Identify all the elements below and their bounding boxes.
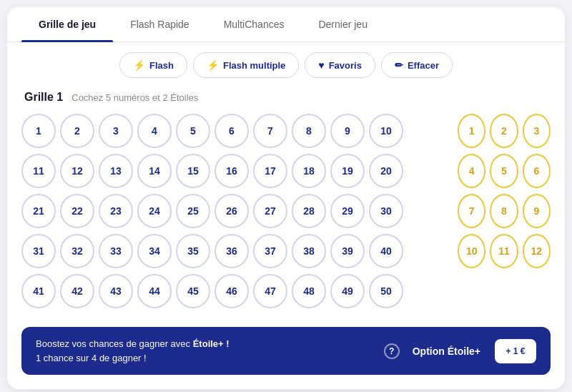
num-11[interactable]: 11 xyxy=(21,154,56,188)
num-23[interactable]: 23 xyxy=(99,194,133,228)
num-10[interactable]: 10 xyxy=(369,114,403,148)
flash-icon: ⚡ xyxy=(133,59,145,71)
num-7[interactable]: 7 xyxy=(253,114,287,148)
star-7[interactable]: 7 xyxy=(458,194,485,228)
grid-subtitle: Cochez 5 numéros et 2 Étoiles xyxy=(72,92,198,103)
num-21[interactable]: 21 xyxy=(21,194,56,228)
banner-bold: Étoile+ ! xyxy=(193,338,230,349)
star-3[interactable]: 3 xyxy=(523,114,551,148)
num-48[interactable]: 48 xyxy=(292,274,326,308)
num-1[interactable]: 1 xyxy=(21,114,56,148)
num-35[interactable]: 35 xyxy=(176,234,210,268)
etoile-plus-banner: Boostez vos chances de gagner avec Étoil… xyxy=(21,327,551,375)
favoris-button[interactable]: ♥ Favoris xyxy=(305,52,375,78)
info-icon[interactable]: ? xyxy=(384,343,400,359)
num-13[interactable]: 13 xyxy=(99,154,133,188)
num-2[interactable]: 2 xyxy=(60,114,94,148)
num-8[interactable]: 8 xyxy=(292,114,326,148)
tab-bar: Grille de jeu Flash Rapide MultiChances … xyxy=(7,7,565,42)
num-42[interactable]: 42 xyxy=(60,274,94,308)
num-31[interactable]: 31 xyxy=(21,234,56,268)
num-14[interactable]: 14 xyxy=(137,154,172,188)
star-4[interactable]: 4 xyxy=(458,154,485,188)
num-3[interactable]: 3 xyxy=(99,114,133,148)
num-38[interactable]: 38 xyxy=(292,234,326,268)
tab-flash-rapide[interactable]: Flash Rapide xyxy=(113,7,207,41)
tab-grille-de-jeu[interactable]: Grille de jeu xyxy=(21,7,113,41)
banner-text-part2: 1 chance sur 4 de gagner ! xyxy=(36,353,147,363)
num-9[interactable]: 9 xyxy=(330,114,365,148)
star-10[interactable]: 10 xyxy=(458,234,485,268)
num-30[interactable]: 30 xyxy=(369,194,403,228)
number-row-3: 21 22 23 24 25 26 27 28 29 30 xyxy=(21,194,446,228)
num-27[interactable]: 27 xyxy=(253,194,287,228)
flash-multiple-label: Flash multiple xyxy=(223,60,285,71)
effacer-label: Effacer xyxy=(408,60,439,71)
num-45[interactable]: 45 xyxy=(176,274,210,308)
star-row-2: 4 5 6 xyxy=(458,154,551,188)
num-50[interactable]: 50 xyxy=(369,274,403,308)
num-47[interactable]: 47 xyxy=(253,274,287,308)
option-etoile-label: Option Étoile+ xyxy=(413,346,480,357)
banner-text-part1: Boostez vos chances de gagner avec xyxy=(36,338,193,349)
star-row-4: 10 11 12 xyxy=(458,234,551,268)
num-17[interactable]: 17 xyxy=(253,154,287,188)
num-19[interactable]: 19 xyxy=(330,154,365,188)
num-6[interactable]: 6 xyxy=(214,114,249,148)
num-32[interactable]: 32 xyxy=(60,234,94,268)
num-49[interactable]: 49 xyxy=(330,274,365,308)
number-row-2: 11 12 13 14 15 16 17 18 19 20 xyxy=(21,154,446,188)
num-36[interactable]: 36 xyxy=(214,234,249,268)
num-46[interactable]: 46 xyxy=(214,274,249,308)
num-41[interactable]: 41 xyxy=(21,274,56,308)
num-26[interactable]: 26 xyxy=(214,194,249,228)
number-row-5: 41 42 43 44 45 46 47 48 49 50 xyxy=(21,274,446,308)
star-11[interactable]: 11 xyxy=(490,234,518,268)
num-15[interactable]: 15 xyxy=(176,154,210,188)
etoile-plus-toggle[interactable]: + 1 € xyxy=(495,339,536,363)
num-16[interactable]: 16 xyxy=(214,154,249,188)
stars-grid: 1 2 3 4 5 6 7 8 9 10 11 12 xyxy=(458,114,551,314)
star-8[interactable]: 8 xyxy=(490,194,518,228)
num-40[interactable]: 40 xyxy=(369,234,403,268)
num-33[interactable]: 33 xyxy=(99,234,133,268)
star-2[interactable]: 2 xyxy=(490,114,518,148)
star-row-3: 7 8 9 xyxy=(458,194,551,228)
star-row-1: 1 2 3 xyxy=(458,114,551,148)
star-1[interactable]: 1 xyxy=(458,114,485,148)
num-25[interactable]: 25 xyxy=(176,194,210,228)
num-34[interactable]: 34 xyxy=(137,234,172,268)
num-37[interactable]: 37 xyxy=(253,234,287,268)
num-24[interactable]: 24 xyxy=(137,194,172,228)
price-label: + 1 € xyxy=(506,346,525,356)
heart-icon: ♥ xyxy=(318,59,324,71)
tab-dernier-jeu[interactable]: Dernier jeu xyxy=(301,7,384,41)
star-5[interactable]: 5 xyxy=(490,154,518,188)
action-bar: ⚡ Flash ⚡ Flash multiple ♥ Favoris ✏ Eff… xyxy=(7,42,565,88)
num-28[interactable]: 28 xyxy=(292,194,326,228)
num-44[interactable]: 44 xyxy=(137,274,172,308)
effacer-button[interactable]: ✏ Effacer xyxy=(381,52,453,78)
flash-multiple-icon: ⚡ xyxy=(207,59,219,71)
num-5[interactable]: 5 xyxy=(176,114,210,148)
num-39[interactable]: 39 xyxy=(330,234,365,268)
num-20[interactable]: 20 xyxy=(369,154,403,188)
star-12[interactable]: 12 xyxy=(523,234,551,268)
num-43[interactable]: 43 xyxy=(99,274,133,308)
star-9[interactable]: 9 xyxy=(523,194,551,228)
star-6[interactable]: 6 xyxy=(523,154,551,188)
flash-multiple-button[interactable]: ⚡ Flash multiple xyxy=(193,52,299,78)
num-22[interactable]: 22 xyxy=(60,194,94,228)
eraser-icon: ✏ xyxy=(395,59,403,71)
number-grid-wrapper: 1 2 3 4 5 6 7 8 9 10 11 12 13 14 15 16 1… xyxy=(7,111,565,321)
num-29[interactable]: 29 xyxy=(330,194,365,228)
num-4[interactable]: 4 xyxy=(137,114,172,148)
number-row-4: 31 32 33 34 35 36 37 38 39 40 xyxy=(21,234,446,268)
tab-multichances[interactable]: MultiChances xyxy=(207,7,302,41)
grid-header: Grille 1 Cochez 5 numéros et 2 Étoiles xyxy=(7,88,565,111)
main-numbers-grid: 1 2 3 4 5 6 7 8 9 10 11 12 13 14 15 16 1… xyxy=(21,114,446,314)
grid-title: Grille 1 xyxy=(24,91,63,104)
flash-button[interactable]: ⚡ Flash xyxy=(119,52,187,78)
num-18[interactable]: 18 xyxy=(292,154,326,188)
num-12[interactable]: 12 xyxy=(60,154,94,188)
